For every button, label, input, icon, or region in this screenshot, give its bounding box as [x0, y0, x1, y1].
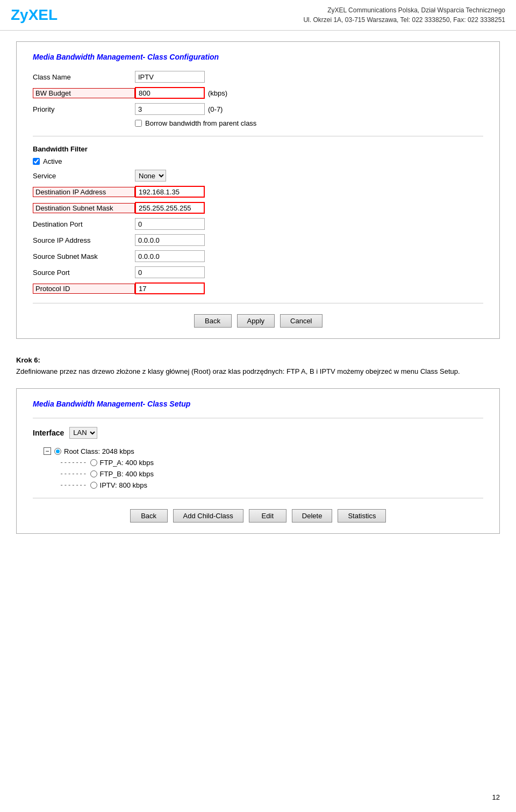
borrow-bw-row: Borrow bandwidth from parent class [33, 119, 483, 127]
bw-filter-section-title: Bandwidth Filter [33, 145, 483, 153]
src-port-label: Source Port [33, 269, 135, 277]
tree-ftpb-label: FTP_B: 400 kbps [100, 470, 154, 478]
tree-root-item: − Root Class: 2048 kbps [44, 447, 483, 455]
delete-button[interactable]: Delete [292, 509, 333, 523]
tree-iptv-label: IPTV: 800 kbps [100, 481, 147, 489]
tree-root-radio[interactable] [54, 448, 61, 455]
active-checkbox[interactable] [33, 158, 40, 165]
priority-input[interactable] [135, 103, 205, 115]
class-name-row: Class Name [33, 71, 483, 83]
priority-row: Priority (0-7) [33, 103, 483, 115]
tree-dash-1: ------- [60, 459, 87, 466]
description-section: Krok 6: Zdefiniowane przez nas drzewo zł… [16, 355, 500, 378]
tree-child-ftpb: ------- FTP_B: 400 kbps [60, 470, 483, 478]
dest-mask-label: Destination Subnet Mask [33, 203, 135, 213]
active-label: Active [43, 157, 62, 165]
company-line2: Ul. Okrzei 1A, 03-715 Warszawa, Tel: 022… [303, 15, 505, 25]
panel2-title: Media Bandwidth Management- Class Setup [33, 400, 483, 408]
logo-zy: ZyXEL [11, 6, 58, 23]
src-mask-row: Source Subnet Mask [33, 250, 483, 262]
dest-port-row: Destination Port [33, 218, 483, 230]
panel2-buttons: Back Add Child-Class Edit Delete Statist… [33, 509, 483, 523]
dest-mask-row: Destination Subnet Mask [33, 202, 483, 214]
back-button-1[interactable]: Back [194, 314, 232, 328]
back-button-2[interactable]: Back [130, 509, 168, 523]
service-label: Service [33, 172, 135, 180]
dest-port-input[interactable] [135, 218, 205, 230]
src-mask-input[interactable] [135, 250, 205, 262]
tree-collapse-icon[interactable]: − [44, 447, 51, 455]
bw-budget-label: BW Budget [33, 88, 135, 98]
tree-ftpb-radio[interactable] [90, 470, 97, 477]
tree-child-ftpa: ------- FTP_A: 400 kbps [60, 459, 483, 467]
tree-ftpa-label: FTP_A: 400 kbps [100, 459, 154, 467]
interface-label: Interface [33, 429, 64, 437]
src-ip-input[interactable] [135, 234, 205, 246]
priority-suffix: (0-7) [208, 105, 223, 113]
tree-child-iptv: ------- IPTV: 800 kbps [60, 481, 483, 489]
company-info: ZyXEL Communications Polska, Dział Wspar… [303, 5, 505, 25]
protocol-id-input[interactable] [135, 282, 205, 294]
service-select[interactable]: None [135, 170, 166, 182]
header: ZyXEL ZyXEL Communications Polska, Dział… [0, 0, 516, 31]
apply-button[interactable]: Apply [237, 314, 275, 328]
borrow-bw-label: Borrow bandwidth from parent class [145, 119, 256, 127]
protocol-id-row: Protocol ID [33, 282, 483, 294]
priority-label: Priority [33, 105, 135, 113]
active-row: Active [33, 157, 483, 165]
class-name-label: Class Name [33, 73, 135, 81]
tree-dash-3: ------- [60, 481, 87, 489]
bw-budget-input[interactable] [135, 87, 205, 99]
dest-port-label: Destination Port [33, 220, 135, 228]
description-text: Zdefiniowane przez nas drzewo złożone z … [16, 367, 460, 375]
interface-row: Interface LAN [33, 427, 483, 439]
protocol-id-label: Protocol ID [33, 284, 135, 294]
dest-ip-row: Destination IP Address [33, 186, 483, 198]
src-ip-row: Source IP Address [33, 234, 483, 246]
service-row: Service None [33, 170, 483, 182]
borrow-bw-checkbox[interactable] [135, 120, 142, 127]
interface-select[interactable]: LAN [69, 427, 97, 439]
page-number: 12 [492, 793, 500, 801]
src-port-input[interactable] [135, 266, 205, 278]
cancel-button[interactable]: Cancel [280, 314, 322, 328]
main-content: Media Bandwidth Management- Class Config… [0, 41, 516, 534]
dest-ip-label: Destination IP Address [33, 187, 135, 197]
edit-button[interactable]: Edit [249, 509, 286, 523]
class-config-panel: Media Bandwidth Management- Class Config… [16, 41, 500, 339]
src-ip-label: Source IP Address [33, 236, 135, 244]
panel1-buttons: Back Apply Cancel [33, 314, 483, 328]
src-port-row: Source Port [33, 266, 483, 278]
statistics-button[interactable]: Statistics [338, 509, 386, 523]
add-child-class-button[interactable]: Add Child-Class [173, 509, 243, 523]
src-mask-label: Source Subnet Mask [33, 252, 135, 260]
tree-dash-2: ------- [60, 470, 87, 477]
panel1-title: Media Bandwidth Management- Class Config… [33, 53, 483, 61]
company-line1: ZyXEL Communications Polska, Dział Wspar… [303, 5, 505, 15]
class-name-input[interactable] [135, 71, 205, 83]
bw-budget-row: BW Budget (kbps) [33, 87, 483, 99]
bw-budget-suffix: (kbps) [208, 89, 227, 97]
logo: ZyXEL [11, 6, 75, 24]
class-setup-panel: Media Bandwidth Management- Class Setup … [16, 388, 500, 534]
tree-ftpa-radio[interactable] [90, 459, 97, 466]
tree-iptv-radio[interactable] [90, 482, 97, 489]
dest-ip-input[interactable] [135, 186, 205, 198]
tree-area: − Root Class: 2048 kbps ------- FTP_A: 4… [44, 447, 483, 489]
step-label: Krok 6: [16, 356, 40, 364]
tree-root-label: Root Class: 2048 kbps [64, 447, 134, 455]
dest-mask-input[interactable] [135, 202, 205, 214]
